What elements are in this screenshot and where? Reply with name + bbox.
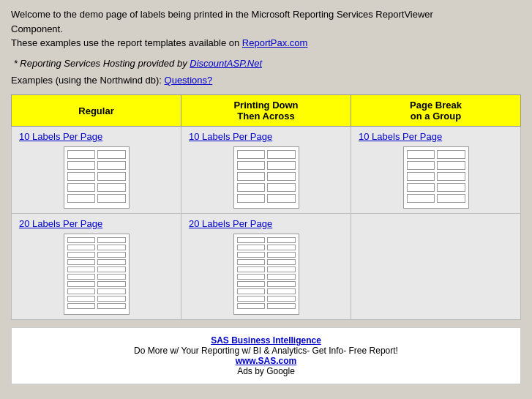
label-cell [407,172,435,181]
label-cell [437,150,465,159]
cell-pagebreak-10: 10 Labels Per Page [351,127,521,214]
label-cell [97,245,126,250]
regular-10-link[interactable]: 10 Labels Per Page [19,131,173,142]
label-cell [97,161,126,170]
label-cell [67,150,96,159]
cell-pagebreak-20-empty [351,214,521,320]
pagebreak-10-link[interactable]: 10 Labels Per Page [359,131,513,142]
label-cell [407,194,435,203]
ad-title-link[interactable]: SAS Business Intelligence [211,335,321,346]
label-cell [97,296,126,302]
label-cell [67,183,96,192]
label-cell [237,237,266,243]
label-cell [437,161,465,170]
label-cell [267,288,296,294]
label-cell [237,259,266,265]
printing-20-link[interactable]: 20 Labels Per Page [189,218,343,229]
intro-line1: Welcome to the demo page of labels being… [11,9,433,20]
label-cell [97,274,126,280]
label-cell [237,252,266,258]
label-cell [97,172,126,181]
label-cell [97,259,126,265]
label-cell [97,194,126,203]
label-cell [267,237,296,243]
cell-printing-10: 10 Labels Per Page [181,127,351,214]
header-page-break: Page Breakon a Group [351,95,521,127]
cell-regular-10: 10 Labels Per Page [12,127,181,214]
label-cell [67,288,96,294]
printing-20-diagram [233,234,299,315]
label-cell [67,172,96,181]
examples-line: Examples (using the Northwind db): Quest… [11,75,521,86]
label-cell [267,281,296,287]
ad-website-link[interactable]: www.SAS.com [236,356,297,366]
label-cell [237,183,266,192]
label-cell [267,259,296,265]
label-cell [437,172,465,181]
printing-10-link[interactable]: 10 Labels Per Page [189,131,343,142]
intro-section: Welcome to the demo page of labels being… [11,7,521,51]
label-cell [97,303,126,309]
label-cell [267,172,296,181]
cell-regular-20: 20 Labels Per Page [12,214,181,320]
label-cell [237,281,266,287]
pagebreak-10-diagram [403,146,469,209]
label-cell [67,259,96,265]
label-cell [267,252,296,258]
label-cell [267,194,296,203]
label-cell [237,172,266,181]
label-cell [237,161,266,170]
label-cell [67,245,96,250]
regular-20-link[interactable]: 20 Labels Per Page [19,218,173,229]
label-cell [97,183,126,192]
hosting-prefix: * Reporting Services Hosting provided by [14,58,190,69]
reportpax-link[interactable]: ReportPax.com [242,37,308,48]
header-regular: Regular [12,95,181,127]
label-cell [67,252,96,258]
label-cell [237,296,266,302]
label-cell [237,303,266,309]
examples-prefix: Examples (using the Northwind db): [11,75,165,86]
questions-link[interactable]: Questions? [165,75,213,86]
label-cell [97,281,126,287]
ad-line1: Do More w/ Your Reporting w/ BI & Analyt… [134,346,398,356]
label-cell [437,194,465,203]
ad-banner: SAS Business Intelligence Do More w/ You… [11,327,521,384]
label-cell [407,161,435,170]
label-cell [267,161,296,170]
label-cell [237,194,266,203]
label-cell [97,252,126,258]
regular-10-diagram [64,146,130,209]
label-cell [97,237,126,243]
intro-line3: These examples use the report templates … [11,37,242,48]
label-cell [267,183,296,192]
label-cell [267,245,296,250]
label-cell [267,303,296,309]
label-cell [67,281,96,287]
label-cell [237,288,266,294]
regular-20-diagram [64,234,130,315]
label-cell [267,266,296,272]
ad-byline: Ads by Google [237,366,295,376]
label-cell [67,237,96,243]
label-cell [267,274,296,280]
hosting-line: * Reporting Services Hosting provided by… [11,56,521,71]
intro-line2: Component. [11,23,63,34]
printing-10-diagram [233,146,299,209]
examples-table: Regular Printing DownThen Across Page Br… [11,94,521,320]
label-cell [237,266,266,272]
label-cell [97,266,126,272]
label-cell [67,161,96,170]
label-cell [97,150,126,159]
label-cell [437,183,465,192]
label-cell [97,288,126,294]
label-cell [237,274,266,280]
label-cell [67,296,96,302]
label-cell [67,266,96,272]
label-cell [407,183,435,192]
header-printing-down: Printing DownThen Across [181,95,351,127]
cell-printing-20: 20 Labels Per Page [181,214,351,320]
label-cell [67,274,96,280]
discountasp-link[interactable]: DiscountASP.Net [190,58,262,69]
label-cell [67,303,96,309]
